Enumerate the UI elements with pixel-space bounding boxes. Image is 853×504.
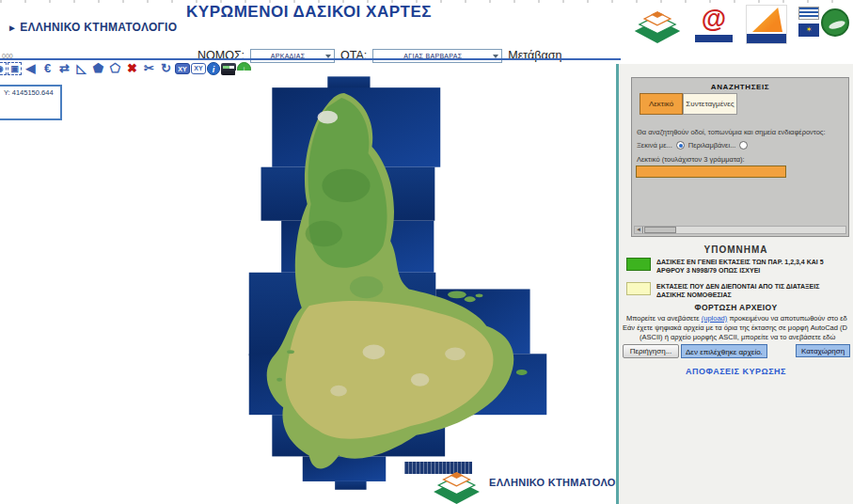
search-input-label: Λεκτικό (τουλάχιστον 3 γράμματα):: [637, 155, 745, 164]
digital-convergence-logo: @: [693, 5, 735, 44]
upload-title: ΦΟΡΤΩΣΗ ΑΡΧΕΙΟΥ: [619, 303, 853, 312]
draw-polygon-icon[interactable]: ⬟: [90, 60, 106, 77]
map-toolbar: ◉ ▣ ◀ € ⇄ ◺ ⬟ ⬠ ✖ ✂ ↻ XY XY i ↓: [0, 60, 251, 77]
search-panel-title: ΑΝΑΖΗΤΗΣΕΙΣ: [632, 83, 848, 91]
upload-text-line: Εάν έχετε ψηφιακά αρχεία με τα όρια της …: [623, 323, 853, 332]
legend-title: ΥΠΟΜΝΗΜΑ: [619, 244, 853, 255]
refresh-icon[interactable]: ↻: [158, 60, 174, 77]
brand-home-link[interactable]: ►ΕΛΛΗΝΙΚΟ ΚΤΗΜΑΤΟΛΟΓΙΟ: [8, 21, 177, 34]
pan-back-icon[interactable]: ◀: [23, 60, 39, 77]
delete-icon[interactable]: ✖: [124, 60, 140, 77]
search-panel: ΑΝΑΖΗΤΗΣΕΙΣ Λεκτικό Συντεταγμένες Θα ανα…: [631, 77, 849, 237]
chevron-down-icon: [325, 55, 331, 58]
nomos-select[interactable]: ΑΡΚΑΔΙΑΣ: [250, 49, 335, 63]
region-nav: ΝΟΜΟΣ: ΑΡΚΑΔΙΑΣ ΟΤΑ: ΑΓΙΑΣ ΒΑΡΒΑΡΑΣ Μετά…: [197, 48, 561, 63]
legend-yellow-swatch: [626, 282, 651, 295]
no-file-label: Δεν επιλέχθηκε αρχείο.: [681, 344, 767, 358]
ktimatologio-logo: [633, 5, 682, 44]
greece-flag-icon: [798, 7, 819, 20]
scrollbar-thumb[interactable]: [644, 227, 676, 233]
browse-button[interactable]: Περιήγηση...: [623, 344, 679, 358]
radio-starts-label: Ξεκινά με...: [637, 141, 672, 150]
legend-item-text: ΕΚΤΑΣΕΙΣ ΠΟΥ ΔΕΝ ΔΙΕΠΟΝΤΑΙ ΑΠΟ ΤΙΣ ΔΙΑΤΑ…: [656, 282, 849, 299]
measure-distance-icon[interactable]: ⇄: [56, 60, 72, 77]
search-input[interactable]: [636, 165, 786, 178]
search-panel-scrollbar[interactable]: ◄: [634, 226, 846, 234]
ota-select[interactable]: ΑΓΙΑΣ ΒΑΡΒΑΡΑΣ: [372, 49, 502, 63]
footer-brand-label: ΕΛΛΗΝΙΚΟ ΚΤΗΜΑΤΟΛΟΓΙΟ: [489, 477, 634, 488]
scroll-left-icon[interactable]: ◄: [635, 227, 643, 233]
side-panel: ΑΝΑΖΗΤΗΣΕΙΣ Λεκτικό Συντεταγμένες Θα ανα…: [616, 64, 853, 504]
edit-polygon-icon[interactable]: ⬠: [107, 60, 123, 77]
tab-lektiko[interactable]: Λεκτικό: [640, 93, 683, 115]
print-icon[interactable]: [221, 63, 236, 75]
radio-starts-with[interactable]: [676, 141, 685, 150]
chevron-down-icon: [493, 55, 498, 58]
coordinates-search-icon[interactable]: XY: [191, 63, 206, 74]
upload-link[interactable]: (upload): [702, 314, 728, 323]
brand-label: ΕΛΛΗΝΙΚΟ ΚΤΗΜΑΤΟΛΟΓΙΟ: [20, 21, 177, 34]
espa-logo: [746, 5, 787, 44]
upload-text-line: (ASCII) ή αρχείο μορφής ASCII, μπορείτε …: [640, 333, 853, 341]
upload-text-line: Μπορείτε να ανεβάσετε (upload) προκειμέν…: [626, 314, 853, 323]
legend-item: ΕΚΤΑΣΕΙΣ ΠΟΥ ΔΕΝ ΔΙΕΠΟΝΤΑΙ ΑΠΟ ΤΙΣ ΔΙΑΤΑ…: [626, 282, 849, 299]
greece-eu-logo: ✶: [798, 5, 851, 44]
coordinates-icon[interactable]: XY: [175, 63, 190, 74]
zoom-selection-icon[interactable]: ▣: [8, 62, 22, 75]
legend-item-text: ΔΑΣΙΚΕΣ ΕΝ ΓΕΝΕΙ ΕΚΤΑΣΕΙΣ ΤΩΝ ΠΑΡ. 1,2,3…: [656, 258, 849, 275]
aerial-mosaic: [235, 71, 616, 504]
eu-flag-icon: ✶: [798, 24, 819, 37]
map-canvas[interactable]: [235, 71, 616, 504]
extent-history-icon[interactable]: €: [39, 60, 55, 77]
legend-green-swatch: [626, 258, 651, 271]
search-mode-radios: Ξεκινά με... Περιλαμβάνει...: [637, 141, 748, 150]
coordinate-readout: Y: 4145150.644: [0, 85, 62, 120]
green-emblem-icon: [821, 8, 849, 37]
cut-polygon-icon[interactable]: ✂: [141, 60, 157, 77]
submit-button[interactable]: Καταχώρηση: [796, 344, 850, 357]
page-title: ΚΥΡΩΜΕΝΟΙ ΔΑΣΙΚΟΙ ΧΑΡΤΕΣ: [0, 3, 618, 22]
radio-contains-label: Περιλαμβάνει...: [688, 141, 736, 150]
tab-syntetagmenes[interactable]: Συντεταγμένες: [683, 93, 737, 115]
info-icon[interactable]: i: [207, 62, 220, 75]
measure-area-icon[interactable]: ◺: [73, 60, 89, 77]
brand-arrow-icon: ►: [8, 23, 17, 33]
zoom-in-icon[interactable]: ◉: [0, 62, 7, 75]
ratification-decisions-link[interactable]: ΑΠΟΦΑΣΕΙΣ ΚΥΡΩΣΗΣ: [619, 367, 853, 376]
legend-item: ΔΑΣΙΚΕΣ ΕΝ ΓΕΝΕΙ ΕΚΤΑΣΕΙΣ ΤΩΝ ΠΑΡ. 1,2,3…: [626, 258, 849, 275]
search-hint: Θα αναζητηθούν οδοί, τοπωνύμια και σημεί…: [637, 128, 845, 136]
header-logos: @ ✶: [633, 5, 851, 44]
radio-contains[interactable]: [739, 141, 748, 150]
